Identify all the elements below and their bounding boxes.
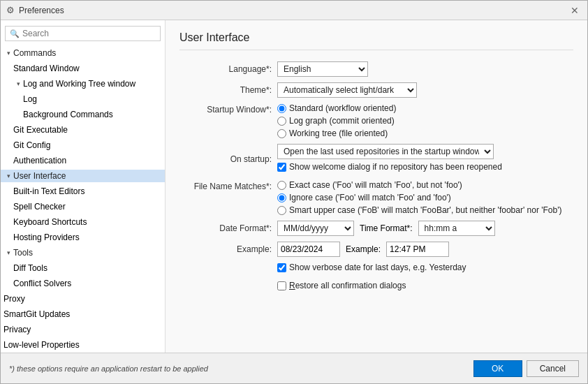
sidebar-item-log-working-tree[interactable]: ▾ Log and Working Tree window — [1, 76, 165, 91]
on-startup-row: On startup: Open the last used repositor… — [179, 144, 573, 175]
theme-select[interactable]: Automatically select light/dark Light Da… — [277, 82, 417, 98]
preferences-icon: ⚙ — [6, 5, 15, 15]
startup-window-row: Startup Window*: Standard (workflow orie… — [179, 103, 573, 138]
file-smart-row: Smart upper case ('FoB' will match 'FooB… — [277, 205, 573, 215]
sidebar: 🔍 ▾ Commands Standard Window ▾ Log and — [1, 20, 166, 353]
button-group: OK Cancel — [473, 360, 579, 377]
sidebar-item-privacy[interactable]: Privacy — [1, 322, 165, 337]
sidebar-item-label: Authentication — [13, 156, 66, 165]
date-time-controls: MM/dd/yyyy dd/MM/yyyy yyyy-MM-dd Time Fo… — [277, 221, 495, 236]
search-box: 🔍 — [5, 26, 161, 41]
sidebar-item-hosting-providers[interactable]: Hosting Providers — [1, 230, 165, 245]
show-welcome-label: Show welcome dialog if no repository has… — [289, 162, 502, 172]
file-ignore-label: Ignore case ('Foo' will match 'Foo' and … — [289, 193, 451, 202]
restore-confirmation-checkbox-row: Restore all confirmation dialogs — [277, 281, 406, 290]
sidebar-item-label: Commands — [13, 48, 56, 58]
bottom-bar: *) these options require an application … — [1, 353, 587, 383]
startup-standard-radio[interactable] — [277, 104, 286, 113]
sidebar-item-smartgit-updates[interactable]: SmartGit Updates — [1, 307, 165, 322]
restore-confirmation-row: Restore all confirmation dialogs — [179, 281, 573, 293]
sidebar-item-conflict-solvers[interactable]: Conflict Solvers — [1, 276, 165, 291]
startup-working-tree-label: Working tree (file oriented) — [289, 128, 388, 138]
sidebar-item-low-level-properties[interactable]: Low-level Properties — [1, 337, 165, 353]
startup-window-label: Startup Window*: — [179, 103, 277, 115]
panel-title: User Interface — [179, 31, 573, 50]
search-icon: 🔍 — [10, 29, 20, 38]
example-label-left: Example: — [179, 244, 277, 254]
sidebar-item-built-in-text-editors[interactable]: Built-in Text Editors — [1, 184, 165, 199]
startup-window-options: Standard (workflow oriented) Log graph (… — [277, 103, 573, 138]
sidebar-item-label: Privacy — [3, 325, 31, 334]
sidebar-item-label: Git Executable — [13, 125, 68, 135]
sidebar-item-user-interface[interactable]: ▾ User Interface — [1, 168, 165, 184]
date-format-select[interactable]: MM/dd/yyyy dd/MM/yyyy yyyy-MM-dd — [277, 221, 354, 236]
file-exact-radio[interactable] — [277, 181, 286, 190]
window-title: Preferences — [19, 6, 64, 15]
startup-log-graph-row: Log graph (commit oriented) — [277, 116, 573, 126]
file-ignore-row: Ignore case ('Foo' will match 'Foo' and … — [277, 193, 573, 202]
startup-standard-row: Standard (workflow oriented) — [277, 103, 573, 113]
file-smart-radio[interactable] — [277, 206, 286, 215]
chevron-down-icon: ▾ — [3, 48, 13, 58]
sidebar-item-log[interactable]: Log — [1, 91, 165, 107]
sidebar-item-label: Built-in Text Editors — [13, 186, 85, 196]
sidebar-item-tools[interactable]: ▾ Tools — [1, 245, 165, 260]
sidebar-item-label: User Interface — [13, 171, 66, 181]
cancel-button[interactable]: Cancel — [527, 360, 579, 377]
file-ignore-radio[interactable] — [277, 193, 286, 202]
time-format-select[interactable]: hh:mm a HH:mm — [418, 221, 495, 236]
on-startup-label: On startup: — [179, 154, 277, 164]
file-smart-label: Smart upper case ('FoB' will match 'FooB… — [289, 205, 562, 215]
on-startup-select[interactable]: Open the last used repositories in the s… — [277, 144, 494, 159]
sidebar-item-label: Standard Window — [13, 64, 80, 73]
startup-working-tree-row: Working tree (file oriented) — [277, 128, 573, 138]
example-values: Example: — [277, 242, 449, 257]
file-exact-label: Exact case ('Foo' will match 'Foo', but … — [289, 180, 462, 190]
show-welcome-checkbox[interactable] — [277, 163, 286, 172]
sidebar-item-label: Proxy — [3, 294, 25, 304]
sidebar-item-label: Log and Working Tree window — [23, 79, 135, 89]
date-example-input — [277, 242, 340, 257]
sidebar-item-git-config[interactable]: Git Config — [1, 138, 165, 153]
sidebar-item-label: Keyboard Shortcuts — [13, 217, 87, 227]
theme-label: Theme*: — [179, 85, 277, 95]
ok-button[interactable]: OK — [473, 360, 522, 377]
sidebar-item-commands[interactable]: ▾ Commands — [1, 45, 165, 61]
sidebar-item-standard-window[interactable]: Standard Window — [1, 61, 165, 76]
language-row: Language*: English System default — [179, 61, 573, 77]
file-name-options: Exact case ('Foo' will match 'Foo', but … — [277, 180, 573, 215]
title-bar-left: ⚙ Preferences — [6, 5, 64, 15]
sidebar-item-label: Low-level Properties — [3, 340, 80, 350]
file-name-matches-row: File Name Matches*: Exact case ('Foo' wi… — [179, 180, 573, 215]
language-select[interactable]: English System default — [277, 61, 368, 77]
sidebar-item-label: Conflict Solvers — [13, 279, 71, 288]
startup-standard-label: Standard (workflow oriented) — [289, 103, 396, 113]
restore-confirmation-label: Restore all confirmation dialogs — [289, 281, 406, 290]
verbose-date-label: Show verbose date for last days, e.g. Ye… — [289, 263, 466, 272]
date-time-row: Date Format*: MM/dd/yyyy dd/MM/yyyy yyyy… — [179, 221, 573, 236]
main-panel: User Interface Language*: English System… — [166, 20, 587, 353]
file-exact-row: Exact case ('Foo' will match 'Foo', but … — [277, 180, 573, 190]
preferences-window: ⚙ Preferences ✕ 🔍 ▾ Commands Stan — [0, 0, 588, 384]
sidebar-item-git-executable[interactable]: Git Executable — [1, 122, 165, 138]
sidebar-item-label: Log — [23, 94, 37, 104]
restore-confirmation-checkbox[interactable] — [277, 281, 286, 290]
sidebar-item-label: Tools — [13, 248, 33, 258]
close-button[interactable]: ✕ — [568, 3, 582, 17]
verbose-date-checkbox[interactable] — [277, 263, 286, 272]
show-welcome-row: Show welcome dialog if no repository has… — [277, 162, 502, 172]
sidebar-item-proxy[interactable]: Proxy — [1, 291, 165, 307]
sidebar-item-diff-tools[interactable]: Diff Tools — [1, 260, 165, 276]
search-input[interactable] — [22, 29, 156, 38]
time-example-input — [386, 242, 449, 257]
footer-note: *) these options require an application … — [9, 364, 208, 373]
verbose-date-checkbox-row: Show verbose date for last days, e.g. Ye… — [277, 263, 466, 272]
sidebar-item-keyboard-shortcuts[interactable]: Keyboard Shortcuts — [1, 214, 165, 230]
sidebar-item-label: Diff Tools — [13, 263, 47, 273]
sidebar-item-background-commands[interactable]: Background Commands — [1, 107, 165, 122]
chevron-down-icon: ▾ — [13, 79, 23, 89]
sidebar-item-spell-checker[interactable]: Spell Checker — [1, 199, 165, 214]
startup-working-tree-radio[interactable] — [277, 129, 286, 138]
startup-log-graph-radio[interactable] — [277, 117, 286, 126]
sidebar-item-authentication[interactable]: Authentication — [1, 153, 165, 168]
